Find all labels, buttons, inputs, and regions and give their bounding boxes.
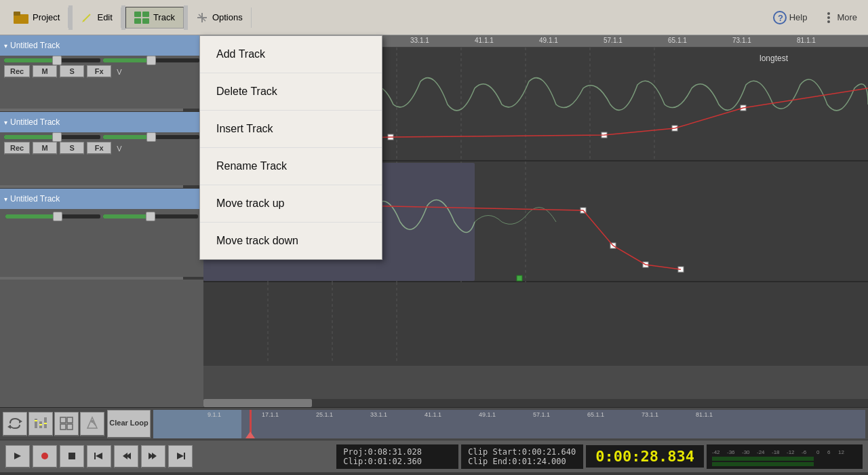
svg-rect-6 [134, 18, 141, 24]
end-btn[interactable] [168, 445, 193, 468]
track-3-pan-slider[interactable] [103, 214, 198, 218]
project-label: Project [33, 12, 60, 22]
track-1-rec-btn[interactable]: Rec [4, 65, 30, 78]
mixer-tool-btn[interactable] [28, 412, 53, 436]
project-icon [14, 12, 28, 24]
proj-time-display: Proj:0:08:31.028 Clip:0:01:02.360 [336, 444, 458, 469]
stop-icon [67, 451, 77, 461]
forward-btn[interactable] [141, 445, 165, 468]
svg-rect-0 [14, 14, 28, 24]
mini-timeline-strip[interactable]: 9.1.1 17.1.1 25.1.1 33.1.1 41.1.1 49.1.1… [153, 410, 865, 438]
track-1-header: ▾ Untitled Track [0, 35, 203, 56]
add-track-item[interactable]: Add Track [200, 36, 382, 73]
mini-ruler-mark-3: 25.1.1 [316, 411, 333, 418]
back-btn[interactable] [114, 445, 138, 468]
loop-icon [7, 416, 22, 431]
track-2-rec-btn[interactable]: Rec [4, 142, 30, 155]
clip-top-label: longtest [760, 54, 789, 63]
svg-line-2 [83, 14, 90, 21]
svg-text:-24: -24 [757, 449, 765, 455]
track-2-extra: V [117, 145, 121, 153]
delete-track-item[interactable]: Delete Track [200, 73, 382, 111]
vu-meter: -42 -36 -30 -24 -18 -12 -6 0 6 12 [707, 444, 863, 469]
track-2-solo-btn[interactable]: S [60, 142, 84, 155]
svg-text:6: 6 [827, 449, 831, 455]
grid-tool-btn[interactable] [54, 412, 79, 436]
track-1-extra: V [117, 68, 121, 76]
clear-loop-label: Clear Loop [109, 419, 148, 428]
track-1-volume-slider[interactable] [4, 58, 100, 62]
track-3-name: Untitled Track [10, 194, 60, 204]
svg-point-13 [827, 12, 830, 15]
track-2-pan-slider[interactable] [103, 135, 199, 139]
loop-tool-btn[interactable] [3, 412, 27, 436]
track-1-name: Untitled Track [10, 41, 60, 50]
end-icon [176, 451, 185, 461]
back-icon [121, 451, 131, 461]
track-2-volume-slider[interactable] [4, 135, 100, 139]
svg-rect-4 [134, 12, 141, 17]
transport-bar: Proj:0:08:31.028 Clip:0:01:02.360 Clip S… [0, 440, 868, 472]
track-context-menu: Add Track Delete Track Insert Track Rena… [199, 35, 382, 260]
horizontal-scrollbar[interactable] [203, 399, 868, 407]
svg-rect-68 [184, 453, 185, 459]
track-2-header: ▾ Untitled Track [0, 112, 203, 132]
current-time: 0:00:28.834 [595, 448, 694, 465]
record-icon [40, 451, 50, 461]
edit-label: Edit [97, 12, 112, 22]
mini-ruler-mark-7: 57.1.1 [533, 411, 550, 418]
clip-start: Clip Start:0:00:21.640 [468, 447, 576, 457]
play-icon [13, 451, 22, 461]
track-3-volume-slider[interactable] [5, 214, 100, 218]
tool-icons-row [0, 409, 107, 439]
track-1-pan-slider[interactable] [103, 58, 199, 62]
track-menu-btn[interactable]: Track [125, 7, 184, 28]
rewind-icon [94, 451, 104, 461]
track-2-mute-btn[interactable]: M [33, 142, 57, 155]
ruler-mark-5: 41.1.1 [475, 37, 494, 44]
metronome-tool-btn[interactable] [80, 412, 104, 436]
more-label: More [837, 12, 857, 22]
svg-text:-42: -42 [712, 449, 720, 455]
track-label: Track [153, 12, 175, 22]
grid-icon [59, 416, 74, 431]
svg-text:-12: -12 [787, 449, 795, 455]
track-1-solo-btn[interactable]: S [60, 65, 84, 78]
move-track-up-item[interactable]: Move track up [200, 185, 382, 223]
svg-rect-51 [60, 417, 66, 423]
clip-markers-display: Clip Start:0:00:21.640 Clip End:0:01:24.… [461, 444, 583, 469]
proj-time: Proj:0:08:31.028 [343, 447, 452, 457]
svg-marker-43 [19, 419, 22, 423]
help-btn[interactable]: ? Help [768, 8, 813, 27]
track-icon [134, 12, 149, 24]
svg-rect-52 [67, 417, 73, 423]
ruler-mark-10: 81.1.1 [797, 37, 816, 44]
edit-icon [81, 12, 93, 24]
edit-menu-btn[interactable]: Edit [73, 7, 121, 28]
track-1-arrow: ▾ [4, 42, 7, 50]
track-2-fx-btn[interactable]: Fx [87, 142, 111, 155]
project-menu-btn[interactable]: Project [5, 7, 68, 28]
track-3-waveform[interactable] [203, 282, 868, 366]
rename-track-item[interactable]: Rename Track [200, 148, 382, 185]
stop-btn[interactable] [60, 445, 84, 468]
play-btn[interactable] [5, 445, 30, 468]
ruler-mark-7: 57.1.1 [604, 37, 623, 44]
svg-rect-39 [517, 276, 522, 281]
record-btn[interactable] [33, 445, 57, 468]
track-1-mute-btn[interactable]: M [33, 65, 57, 78]
svg-point-57 [91, 420, 94, 423]
more-btn[interactable]: More [818, 8, 863, 27]
options-menu-btn[interactable]: Options [188, 7, 252, 28]
options-label: Options [212, 12, 243, 22]
rewind-btn[interactable] [87, 445, 111, 468]
clear-loop-btn[interactable]: Clear Loop [107, 410, 151, 438]
options-icon [196, 12, 208, 24]
mini-ruler-mark-5: 41.1.1 [425, 411, 441, 418]
clip-time: Clip:0:01:02.360 [343, 457, 452, 466]
track-2-arrow: ▾ [4, 119, 7, 126]
track-1-fx-btn[interactable]: Fx [87, 65, 111, 78]
insert-track-item[interactable]: Insert Track [200, 111, 382, 148]
move-track-down-item[interactable]: Move track down [200, 223, 382, 259]
svg-marker-44 [7, 425, 11, 429]
